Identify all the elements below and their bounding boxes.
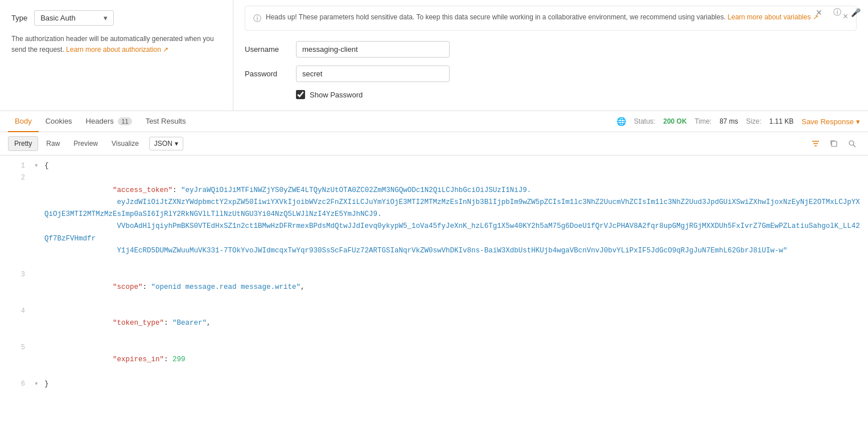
json-line-4: 4 "token_type": "Bearer", [0, 305, 868, 342]
learn-more-auth-link[interactable]: Learn more about authorization ↗ [66, 46, 168, 54]
format-visualize[interactable]: Visualize [106, 137, 145, 150]
type-label: Type [11, 14, 27, 22]
tab-body[interactable]: Body [8, 111, 39, 132]
auth-left: Type Basic Auth ▾ The authorization head… [0, 0, 233, 111]
tab-cookies[interactable]: Cookies [39, 111, 79, 132]
format-preview[interactable]: Preview [68, 137, 104, 150]
top-right-icons: ✕ ⓘ 🎤 [812, 6, 862, 19]
password-row: Password [245, 66, 857, 82]
size-label: Size: [746, 117, 762, 125]
json-view[interactable]: 1 ▾ { 2 "access_token": "eyJraWQiOiJiMTF… [0, 156, 868, 437]
alert-banner: ⓘ Heads up! These parameters hold sensit… [245, 6, 857, 31]
globe-icon: 🌐 [616, 117, 626, 126]
headers-badge: 11 [118, 117, 131, 125]
alert-icon: ⓘ [253, 13, 261, 24]
save-response-button[interactable]: Save Response ▾ [801, 117, 860, 126]
svg-line-5 [853, 145, 855, 147]
username-label: Username [245, 45, 296, 54]
time-label: Time: [695, 117, 712, 125]
auth-right: ✕ ⓘ 🎤 ⓘ Heads up! These parameters hold … [233, 0, 868, 111]
tab-headers[interactable]: Headers 11 [79, 111, 139, 132]
chevron-down-icon: ▾ [856, 117, 860, 126]
search-icon[interactable] [844, 136, 860, 152]
auth-panel: Type Basic Auth ▾ The authorization head… [0, 0, 868, 111]
size-value: 1.11 KB [770, 117, 794, 125]
type-value: Basic Auth [40, 14, 75, 22]
response-content: 1 ▾ { 2 "access_token": "eyJraWQiOiJiMTF… [0, 156, 868, 437]
json-line-1: 1 ▾ { [0, 160, 868, 172]
copy-icon[interactable] [826, 136, 842, 152]
status-label: Status: [634, 117, 655, 125]
learn-more-variables-link[interactable]: Learn more about variables ↗ [727, 13, 818, 21]
chevron-down-icon: ▾ [104, 14, 108, 22]
json-line-3: 3 "scope": "openid message.read message.… [0, 269, 868, 305]
format-bar: Pretty Raw Preview Visualize JSON ▾ [0, 132, 868, 156]
password-input[interactable] [296, 66, 450, 82]
auth-description: The authorization header will be automat… [11, 34, 221, 55]
show-password-row: Show Password [296, 90, 857, 99]
type-row: Type Basic Auth ▾ [11, 10, 221, 26]
status-area: 🌐 Status: 200 OK Time: 87 ms Size: 1.11 … [616, 117, 860, 126]
filter-icon[interactable] [808, 136, 824, 152]
collapse-icon[interactable]: ▾ [34, 378, 41, 390]
info-icon[interactable]: ⓘ [830, 6, 844, 19]
close-icon[interactable]: ✕ [812, 6, 826, 19]
password-label: Password [245, 70, 296, 78]
show-password-checkbox[interactable] [296, 90, 305, 99]
json-line-2: 2 "access_token": "eyJraWQiOiJiMTFiNWZjY… [0, 172, 868, 269]
chevron-down-icon: ▾ [175, 140, 178, 148]
username-row: Username [245, 41, 857, 58]
tab-bar: Body Cookies Headers 11 Test Results 🌐 S… [0, 111, 868, 132]
format-raw[interactable]: Raw [40, 137, 65, 150]
alert-text: Heads up! These parameters hold sensitiv… [266, 12, 818, 22]
show-password-label[interactable]: Show Password [310, 91, 363, 99]
status-code: 200 OK [663, 117, 686, 125]
username-input[interactable] [296, 41, 450, 58]
tab-test-results[interactable]: Test Results [139, 111, 193, 132]
format-json-select[interactable]: JSON ▾ [149, 137, 183, 150]
svg-point-4 [849, 141, 854, 145]
json-area: 1 ▾ { 2 "access_token": "eyJraWQiOiJiMTF… [0, 156, 868, 437]
collapse-icon[interactable]: ▾ [34, 160, 41, 172]
time-value: 87 ms [719, 117, 738, 125]
svg-rect-3 [832, 141, 837, 146]
json-line-5: 5 "expires_in": 299 [0, 342, 868, 378]
response-panel: Body Cookies Headers 11 Test Results 🌐 S… [0, 111, 868, 437]
microphone-icon[interactable]: 🎤 [849, 6, 862, 19]
json-line-6: 6 ▾ } [0, 378, 868, 390]
main-container: Type Basic Auth ▾ The authorization head… [0, 0, 868, 437]
type-select[interactable]: Basic Auth ▾ [34, 10, 114, 26]
format-pretty[interactable]: Pretty [8, 136, 38, 151]
